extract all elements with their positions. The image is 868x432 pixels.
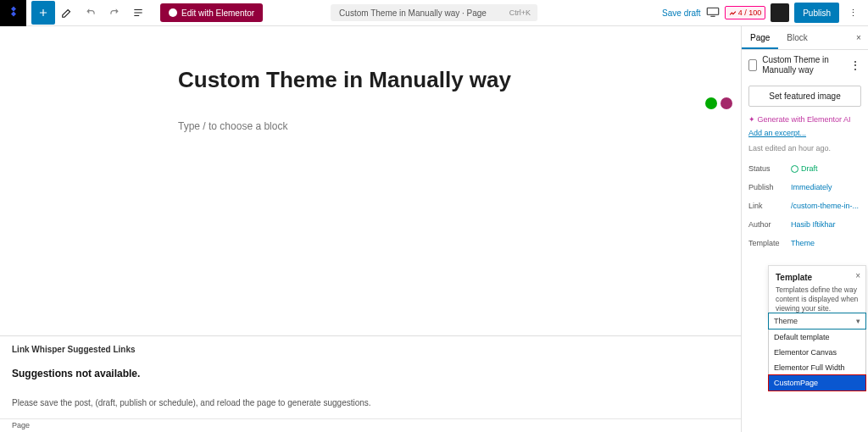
outline-button[interactable] <box>126 1 150 25</box>
list-icon <box>132 7 144 19</box>
status-value[interactable]: Draft <box>791 164 818 173</box>
redo-button[interactable] <box>103 1 126 25</box>
author-value[interactable]: Hasib Iftikhar <box>791 220 836 229</box>
site-logo[interactable] <box>0 0 26 26</box>
link-whisper-header: Link Whisper Suggested Links <box>12 345 729 354</box>
editor-canvas[interactable]: Custom Theme in Manually way Type / to c… <box>0 26 741 432</box>
undo-button[interactable] <box>79 1 103 25</box>
status-label: Status <box>748 164 791 173</box>
preview-button[interactable] <box>706 7 720 19</box>
document-title-text: Custom Theme in Manually way · Page <box>339 8 487 18</box>
sidebar-doc-name: Custom Theme in Manually way <box>762 55 844 75</box>
add-excerpt-link[interactable]: Add an excerpt... <box>742 127 868 144</box>
template-option-default[interactable]: Default template <box>769 330 865 345</box>
set-featured-image-button[interactable]: Set featured image <box>748 86 861 107</box>
pencil-icon <box>61 7 73 19</box>
template-popover: × Template Templates define the way cont… <box>768 265 866 318</box>
link-whisper-note: Please save the post, (draft, publish or… <box>12 398 729 407</box>
last-edited-text: Last edited an hour ago. <box>742 144 868 159</box>
block-placeholder[interactable]: Type / to choose a block <box>178 120 741 132</box>
seo-score-value: 4 / 100 <box>738 8 762 17</box>
publish-button[interactable]: Publish <box>794 3 839 23</box>
link-value[interactable]: /custom-theme-in-... <box>791 202 859 210</box>
close-sidebar-button[interactable]: × <box>848 26 868 49</box>
popover-title: Template <box>776 273 859 282</box>
save-draft-link[interactable]: Save draft <box>662 8 701 18</box>
draft-dot-icon <box>791 165 798 173</box>
template-option-fullwidth[interactable]: Elementor Full Width <box>769 360 865 375</box>
svg-rect-0 <box>707 8 718 14</box>
page-title[interactable]: Custom Theme in Manually way <box>178 67 741 93</box>
popover-desc: Templates define the way content is disp… <box>776 285 859 313</box>
template-value[interactable]: Theme <box>791 239 815 247</box>
generate-ai-link[interactable]: ✦ Generate with Elementor AI <box>742 112 868 127</box>
elementor-btn-label: Edit with Elementor <box>181 8 254 18</box>
tab-block[interactable]: Block <box>778 26 815 49</box>
add-block-button[interactable] <box>31 1 55 25</box>
template-label: Template <box>748 239 791 247</box>
publish-value[interactable]: Immediately <box>791 183 832 191</box>
breadcrumb-footer[interactable]: Page <box>0 418 741 432</box>
tab-page[interactable]: Page <box>742 26 778 49</box>
readability-icon[interactable] <box>705 97 717 109</box>
redo-icon <box>108 7 120 19</box>
undo-icon <box>85 7 97 19</box>
plus-icon <box>37 7 49 19</box>
shortcut-hint: Ctrl+K <box>509 8 531 17</box>
author-label: Author <box>748 220 791 229</box>
chart-icon <box>729 9 737 17</box>
settings-toggle[interactable] <box>771 3 789 22</box>
document-title-bar[interactable]: Custom Theme in Manually way · Page Ctrl… <box>331 4 537 21</box>
template-option-custompage[interactable]: CustomPage <box>768 374 866 391</box>
template-select[interactable]: Theme <box>768 313 866 330</box>
template-dropdown-list: Default template Elementor Canvas Elemen… <box>768 330 866 391</box>
link-label: Link <box>748 202 791 210</box>
page-icon <box>748 59 757 71</box>
edit-mode-button[interactable] <box>55 1 79 25</box>
link-whisper-not-available: Suggestions not available. <box>12 368 729 379</box>
seo-score-badge[interactable]: 4 / 100 <box>725 6 766 19</box>
desktop-icon <box>706 7 720 17</box>
more-options-button[interactable]: ⋮ <box>844 3 861 23</box>
publish-label: Publish <box>748 183 791 191</box>
sidebar-doc-options[interactable]: ⋮ <box>849 58 861 72</box>
elementor-icon <box>169 8 177 17</box>
edit-with-elementor-button[interactable]: Edit with Elementor <box>160 3 263 22</box>
close-popover-button[interactable]: × <box>855 271 860 280</box>
template-option-canvas[interactable]: Elementor Canvas <box>769 345 865 360</box>
yoast-icon[interactable] <box>721 97 732 109</box>
